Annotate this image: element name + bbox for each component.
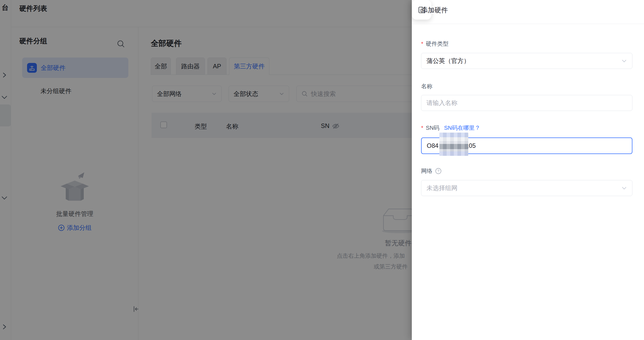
network-label: 网络 (421, 167, 432, 175)
name-label: 名称 (421, 83, 432, 90)
add-hardware-drawer: 添加硬件 * 硬件类型 蒲公英（官方） 名称 请输入名称 * SN码 SN码在哪… (412, 0, 644, 340)
network-select[interactable]: 未选择组网 (421, 180, 632, 196)
field-label-sn: * SN码 SN码在哪里？ (421, 124, 480, 132)
field-label-name: 名称 (421, 83, 432, 90)
hardware-type-label: 硬件类型 (426, 40, 449, 48)
svg-text:?: ? (437, 169, 439, 173)
drawer-title: 添加硬件 (421, 6, 448, 15)
sn-censor-mosaic (439, 133, 468, 156)
network-placeholder: 未选择组网 (426, 184, 457, 192)
sn-where-link[interactable]: SN码在哪里？ (444, 124, 480, 132)
required-asterisk: * (421, 41, 423, 47)
question-circle-icon[interactable]: ? (435, 168, 442, 174)
hardware-type-select[interactable]: 蒲公英（官方） (421, 53, 632, 69)
name-input[interactable]: 请输入名称 (421, 95, 632, 111)
field-label-network: 网络 ? (421, 167, 442, 175)
name-placeholder: 请输入名称 (426, 99, 457, 107)
chevron-down-icon (621, 185, 627, 191)
required-asterisk: * (421, 125, 423, 131)
sn-value-prefix: O84 (427, 142, 438, 149)
chevron-down-icon (621, 58, 627, 64)
hardware-type-value: 蒲公英（官方） (426, 57, 470, 65)
drawer-header: 添加硬件 (412, 0, 644, 24)
sn-label: SN码 (426, 124, 440, 132)
field-label-hardware-type: * 硬件类型 (421, 40, 449, 48)
